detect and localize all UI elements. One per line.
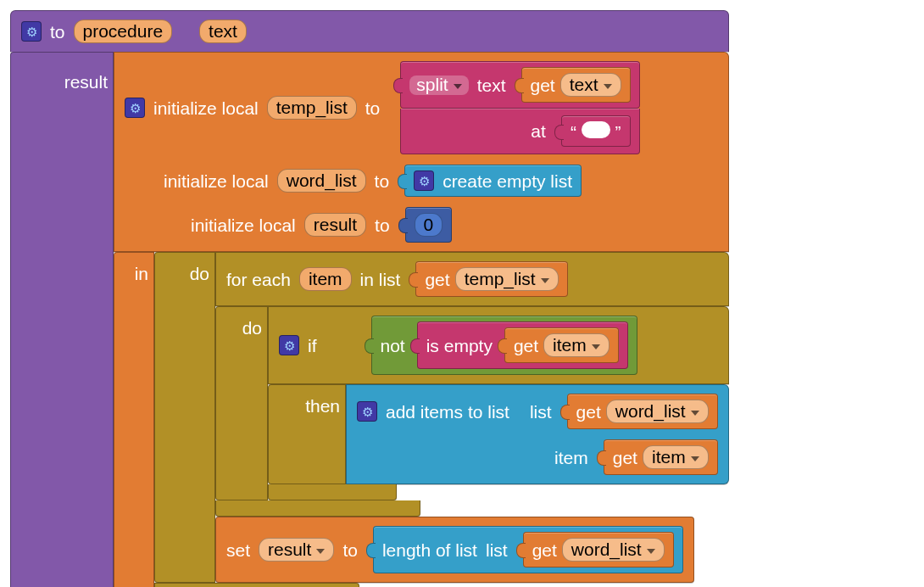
initialize-local-label: initialize local xyxy=(153,99,259,117)
length-of-list-block[interactable]: length of list list get word_list xyxy=(373,526,683,573)
var-result[interactable]: result xyxy=(304,213,366,237)
get-label: get xyxy=(514,337,538,355)
split-mode-dropdown[interactable]: split xyxy=(409,75,468,95)
to-label: to xyxy=(50,23,65,41)
split-text-arg-label: text xyxy=(477,76,506,94)
get-label: get xyxy=(576,403,601,421)
for-each-block[interactable]: for each item in list get temp_list xyxy=(215,252,729,583)
add-items-to-list-block[interactable]: add items to list list get word_list xyxy=(346,384,729,484)
to-label: to xyxy=(375,216,390,234)
get-word_list-block-2[interactable]: get word_list xyxy=(523,532,674,567)
not-label: not xyxy=(381,337,405,355)
if-trailer xyxy=(268,484,397,500)
if-label: if xyxy=(308,337,317,355)
get-word_list-block[interactable]: get word_list xyxy=(567,394,718,429)
olive-do-bar: do xyxy=(154,252,215,583)
is-empty-label: is empty xyxy=(426,337,493,355)
for-each-label: for each xyxy=(226,271,291,288)
set-label: set xyxy=(226,541,250,559)
in-label: in xyxy=(114,253,153,289)
create-empty-list-label: create empty list xyxy=(443,172,572,190)
get-label: get xyxy=(532,541,557,559)
length-label: length of list xyxy=(382,541,477,559)
list-arg-label: list xyxy=(486,541,508,559)
get-item-block[interactable]: get item xyxy=(504,327,619,363)
var-dropdown-word_list-2[interactable]: word_list xyxy=(562,538,665,562)
gear-icon[interactable] xyxy=(414,171,434,191)
to-label: to xyxy=(365,99,381,117)
list-arg-label: list xyxy=(530,403,552,421)
procedure-body-bar: result xyxy=(10,52,114,587)
initialize-local-label: initialize local xyxy=(191,216,296,234)
number-field[interactable]: 0 xyxy=(415,213,443,237)
get-temp_list-block[interactable]: get temp_list xyxy=(415,261,567,297)
gear-icon[interactable] xyxy=(279,335,299,355)
split-at-label: at xyxy=(531,122,546,140)
text-literal-value[interactable] xyxy=(582,121,610,138)
for-each-do-bar: do xyxy=(215,306,268,500)
param-text[interactable]: text xyxy=(199,20,247,43)
olive-result-row: result get result xyxy=(154,583,359,587)
locals-in-bar: in xyxy=(114,252,154,587)
text-literal-block[interactable]: “ ” xyxy=(561,115,631,147)
then-label: then xyxy=(269,385,345,422)
get-label: get xyxy=(531,76,555,94)
to-label: to xyxy=(375,172,390,190)
get-text-block[interactable]: get text xyxy=(521,67,631,103)
do-label: do xyxy=(216,307,267,344)
not-block[interactable]: not is empty get item xyxy=(371,316,637,375)
procedure-definition-block[interactable]: to procedure text result initialize loca… xyxy=(10,10,729,587)
get-item-block-2[interactable]: get item xyxy=(604,439,718,475)
loop-var-item[interactable]: item xyxy=(299,267,352,291)
if-then-bar: then xyxy=(268,384,346,484)
gear-icon[interactable] xyxy=(125,98,145,118)
close-quote: ” xyxy=(615,122,621,142)
add-items-label: add items to list xyxy=(386,403,509,421)
var-dropdown-word_list[interactable]: word_list xyxy=(606,400,709,423)
var-dropdown-result[interactable]: result xyxy=(259,538,334,562)
var-dropdown-text[interactable]: text xyxy=(560,73,621,97)
if-block[interactable]: if not is empty get xyxy=(268,306,729,500)
initialize-locals-block[interactable]: initialize local temp_list to split text… xyxy=(114,52,729,587)
gear-icon[interactable] xyxy=(21,21,42,42)
is-empty-block[interactable]: is empty get item xyxy=(417,321,628,369)
for-each-trailer xyxy=(215,500,420,517)
gear-icon[interactable] xyxy=(357,401,377,422)
var-word_list[interactable]: word_list xyxy=(277,169,366,193)
open-quote: “ xyxy=(571,122,576,142)
var-dropdown-item[interactable]: item xyxy=(543,333,610,357)
result-slot-label: result xyxy=(11,53,113,98)
to-label: to xyxy=(342,541,358,559)
split-at-row: at “ ” xyxy=(400,109,639,154)
do-result-block[interactable]: do for each item in list get temp_list xyxy=(154,252,729,587)
procedure-name-field[interactable]: procedure xyxy=(74,20,173,43)
get-label: get xyxy=(613,449,637,467)
split-block[interactable]: split text get text xyxy=(400,61,639,109)
number-zero-block[interactable]: 0 xyxy=(405,207,453,243)
initialize-local-label: initialize local xyxy=(164,172,269,190)
item-arg-label: item xyxy=(554,449,588,467)
var-temp_list[interactable]: temp_list xyxy=(267,96,357,120)
create-empty-list-block[interactable]: create empty list xyxy=(404,165,582,197)
in-list-label: in list xyxy=(360,271,401,288)
var-dropdown-temp_list[interactable]: temp_list xyxy=(455,267,559,291)
set-result-block[interactable]: set result to length of list list get wo… xyxy=(215,517,694,583)
do-label: do xyxy=(155,253,214,289)
get-label: get xyxy=(425,271,449,288)
var-dropdown-item-2[interactable]: item xyxy=(643,445,709,469)
